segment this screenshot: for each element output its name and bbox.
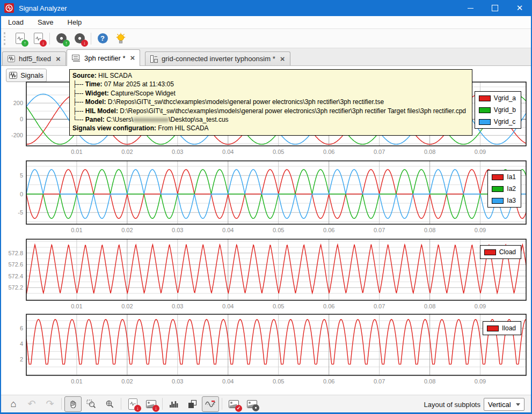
x-tick-label: 0.08: [424, 378, 435, 385]
x-tick-label: 0.04: [222, 303, 234, 309]
x-tick-label: 0.05: [273, 149, 284, 155]
chart-dc-capacitor-voltage[interactable]: 572.8572.6572.4572.20.010.020.030.040.05…: [8, 239, 526, 309]
legend-label: Cload: [499, 248, 516, 256]
x-tick-label: 0.01: [71, 378, 82, 385]
legend-phase-currents: Ia1Ia2Ia3: [487, 170, 521, 208]
legend-item: Ia1: [492, 173, 516, 181]
y-tick-label: -200: [11, 132, 23, 138]
x-tick-label: 0.06: [323, 227, 334, 233]
tab-label: 3ph rectifier *: [84, 54, 126, 62]
x-tick-label: 0.07: [374, 149, 385, 155]
x-tick-label: 0.01: [71, 227, 82, 233]
y-tick-label: 5: [20, 172, 23, 179]
series-Iload: [26, 320, 526, 365]
x-tick-label: 0.06: [323, 378, 334, 385]
x-tick-label: 0.09: [475, 227, 486, 233]
masked-username: xxxxxxxxxxx: [133, 116, 169, 123]
y-tick-label: 572.2: [8, 284, 23, 291]
source-info-tooltip: Source: HIL SCADA ├--- Time: 07 Mar 2025…: [69, 69, 472, 136]
x-tick-label: 0.02: [121, 303, 133, 309]
series-Cload: [26, 245, 526, 293]
chart-dc-load-current[interactable]: 6420.010.020.030.040.050.060.070.080.09: [20, 314, 526, 385]
y-tick-label: 572.6: [8, 261, 23, 268]
layout-dropdown[interactable]: Vertical: [484, 398, 524, 411]
tooltip-line: ├--- HIL Model: D:\Repos\GIT\t_sw\thcc\e…: [72, 107, 469, 115]
y-tick-label: 6: [20, 325, 23, 331]
app-window: Signal Analyzer ✕ Load Save Help ↑ ↓: [0, 0, 532, 414]
legend-swatch: [479, 119, 491, 125]
legend-label: Ia1: [507, 173, 516, 181]
tab-close-icon[interactable]: ×: [130, 55, 135, 61]
x-tick-label: 0.08: [424, 149, 435, 155]
x-tick-label: 0.04: [222, 149, 234, 155]
legend-swatch: [484, 249, 496, 255]
chart-phase-currents[interactable]: 50-50.010.020.030.040.050.060.070.080.09: [18, 161, 526, 233]
x-tick-label: 0.03: [172, 227, 183, 233]
x-tick-label: 0.07: [374, 378, 385, 385]
legend-dc-load-current: Iload: [483, 321, 521, 335]
legend-label: Iload: [502, 324, 516, 332]
x-tick-label: 0.08: [424, 303, 435, 309]
x-tick-label: 0.06: [323, 149, 334, 155]
legend-item: Ia2: [492, 185, 516, 193]
x-tick-label: 0.05: [273, 303, 284, 309]
tooltip-line: ├--- Model: D:\Repos\GIT\t_sw\thcc\examp…: [72, 98, 469, 106]
layout-dropdown-value: Vertical: [488, 401, 511, 409]
x-tick-label: 0.05: [273, 378, 284, 385]
legend-label: Vgrid_c: [494, 118, 516, 125]
legend-swatch: [492, 174, 504, 180]
tooltip-line: Signals view configuration: From HIL SCA…: [72, 124, 469, 132]
x-tick-label: 0.03: [172, 303, 183, 309]
legend-swatch: [492, 198, 504, 204]
x-tick-label: 0.02: [121, 149, 133, 155]
legend-item: Vgrid_b: [479, 106, 516, 114]
tooltip-line: └--- Panel: C:\Users\xxxxxxxxxxx\Desktop…: [72, 115, 469, 124]
x-tick-label: 0.07: [374, 303, 385, 309]
y-tick-label: 572.8: [8, 250, 23, 256]
x-tick-label: 0.09: [475, 149, 486, 155]
tooltip-line: ├--- Time: 07 Mar 2025 at 11:43:05: [72, 80, 469, 88]
legend-item: Cload: [484, 248, 516, 256]
y-tick-label: 572.4: [8, 273, 23, 279]
legend-label: Vgrid_a: [494, 94, 516, 102]
legend-label: Ia2: [507, 185, 516, 193]
layout-of-subplots: Layout of subplots Vertical: [424, 398, 524, 411]
x-tick-label: 0.04: [222, 227, 234, 233]
legend-grid-voltages: Vgrid_aVgrid_bVgrid_c: [475, 91, 521, 129]
legend-dc-capacitor-voltage: Cload: [480, 245, 521, 259]
x-tick-label: 0.01: [71, 303, 82, 309]
scope-widget-icon: [72, 55, 81, 62]
legend-item: Ia3: [492, 197, 516, 204]
legend-swatch: [479, 95, 491, 101]
y-tick-label: 0: [20, 191, 23, 197]
layout-label: Layout of subplots: [424, 401, 480, 409]
legend-label: Vgrid_b: [494, 106, 516, 114]
x-tick-label: 0.01: [71, 149, 82, 155]
y-tick-label: 200: [13, 100, 23, 106]
x-tick-label: 0.02: [121, 378, 133, 385]
legend-item: Vgrid_a: [479, 94, 516, 102]
x-tick-label: 0.09: [475, 303, 486, 309]
x-tick-label: 0.02: [121, 227, 133, 233]
legend-item: Vgrid_c: [479, 118, 516, 125]
legend-swatch: [479, 107, 491, 113]
x-tick-label: 0.05: [273, 227, 284, 233]
plot-border: [26, 161, 526, 224]
x-tick-label: 0.03: [172, 378, 183, 385]
y-tick-label: -5: [18, 209, 23, 216]
x-tick-label: 0.04: [222, 378, 234, 385]
x-tick-label: 0.03: [172, 149, 183, 155]
legend-label: Ia3: [507, 197, 516, 204]
y-tick-label: 4: [20, 341, 23, 347]
x-tick-label: 0.06: [323, 303, 334, 309]
tab-3ph-rectifier[interactable]: 3ph rectifier * ×: [67, 49, 140, 66]
legend-item: Iload: [487, 324, 516, 332]
x-tick-label: 0.07: [374, 227, 385, 233]
legend-swatch: [492, 186, 504, 192]
tooltip-line: ├--- Widget: Capture/Scope Widget: [72, 89, 469, 98]
x-tick-label: 0.09: [475, 378, 486, 385]
legend-swatch: [487, 326, 499, 331]
x-tick-label: 0.08: [424, 227, 435, 233]
y-tick-label: 0: [20, 116, 23, 122]
tooltip-line: Source: HIL SCADA: [72, 71, 469, 80]
